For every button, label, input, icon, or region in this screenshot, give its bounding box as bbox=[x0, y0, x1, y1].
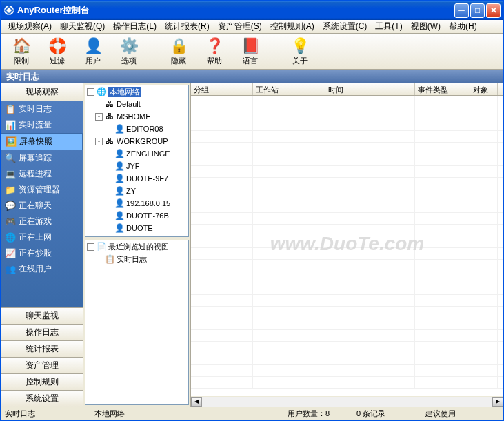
column-header[interactable]: 时间 bbox=[325, 83, 415, 95]
sidebar-bottom: 聊天监视操作日志统计报表资产管理控制规则系统设置 bbox=[1, 307, 83, 407]
tree-node[interactable]: 👤EDITOR08 bbox=[85, 123, 188, 135]
menu-item-5[interactable]: 控制规则(A) bbox=[266, 19, 319, 34]
sidebar-bottom-0[interactable]: 聊天监视 bbox=[1, 307, 83, 324]
tree-label: DUOTE-9F7 bbox=[126, 174, 168, 183]
tree-node[interactable]: 👤ZENGLINGE bbox=[85, 147, 188, 160]
scroll-track[interactable] bbox=[202, 397, 492, 407]
menu-item-6[interactable]: 系统设置(C) bbox=[319, 19, 372, 34]
column-header[interactable]: 事件类型 bbox=[415, 83, 470, 95]
limit-button-icon: 🏠 bbox=[12, 37, 31, 56]
toolbar: 🏠限制🛟过滤👤用户⚙️选项🔒隐藏❓帮助📕语言💡关于 bbox=[1, 34, 503, 70]
column-header[interactable]: 分组 bbox=[191, 83, 253, 95]
tree-icon: 👤 bbox=[114, 198, 125, 209]
sidebar-online-users[interactable]: 👥在线用户 bbox=[1, 261, 83, 277]
sidebar-online-users-icon: 👥 bbox=[5, 264, 16, 275]
user-button-label: 用户 bbox=[85, 56, 101, 66]
options-button[interactable]: ⚙️选项 bbox=[112, 36, 145, 68]
tree-icon: 🖧 bbox=[104, 111, 115, 122]
sidebar-explorer[interactable]: 📁资源管理器 bbox=[1, 182, 83, 198]
sidebar-realtime-traffic[interactable]: 📊实时流量 bbox=[1, 117, 83, 133]
tree-node[interactable]: 👤JYF bbox=[85, 160, 188, 172]
sidebar-header[interactable]: 现场观察 bbox=[1, 83, 83, 101]
sidebar-realtime-log[interactable]: 📋实时日志 bbox=[1, 101, 83, 117]
network-tree[interactable]: -🌐本地网络🖧Default-🖧MSHOME👤EDITOR08-🖧WORKGRO… bbox=[85, 85, 189, 237]
titlebar: AnyRouter控制台 ─ □ ✕ bbox=[1, 1, 503, 20]
statusbar: 实时日志本地网络用户数量：80 条记录建议使用 bbox=[1, 407, 503, 420]
menu-item-9[interactable]: 帮助(H) bbox=[445, 19, 481, 34]
sidebar-bottom-5[interactable]: 系统设置 bbox=[1, 390, 83, 407]
table-row bbox=[191, 189, 503, 201]
menu-item-2[interactable]: 操作日志(L) bbox=[109, 19, 161, 34]
tree-icon: 📋 bbox=[104, 254, 115, 265]
column-header[interactable]: 对象 bbox=[470, 83, 498, 95]
filter-button[interactable]: 🛟过滤 bbox=[41, 36, 74, 68]
tree-label: DUOTE bbox=[126, 224, 153, 232]
hide-button-icon: 🔒 bbox=[169, 37, 188, 56]
sidebar-bottom-4[interactable]: 控制规则 bbox=[1, 373, 83, 390]
about-button[interactable]: 💡关于 bbox=[283, 36, 316, 68]
scroll-left-button[interactable]: ◀ bbox=[191, 397, 202, 407]
tree-node[interactable]: 👤192.168.0.15 bbox=[85, 197, 188, 209]
sidebar-list: 📋实时日志📊实时流量🖼️屏幕快照🔍屏幕追踪💻远程进程📁资源管理器💬正在聊天🎮正在… bbox=[1, 101, 83, 307]
tree-node[interactable]: -🖧WORKGROUP bbox=[85, 135, 188, 147]
tree-node[interactable]: 🖧Default bbox=[85, 98, 188, 110]
minimize-button[interactable]: ─ bbox=[454, 3, 469, 18]
table-row bbox=[191, 353, 503, 365]
sidebar-screenshot[interactable]: 🖼️屏幕快照 bbox=[1, 133, 83, 150]
sidebar-bottom-3[interactable]: 资产管理 bbox=[1, 357, 83, 373]
sidebar-online-users-label: 在线用户 bbox=[19, 263, 52, 275]
sidebar-gaming[interactable]: 🎮正在游戏 bbox=[1, 214, 83, 229]
maximize-button[interactable]: □ bbox=[470, 3, 485, 18]
sidebar-stocks-label: 正在炒股 bbox=[19, 247, 52, 259]
horizontal-scrollbar[interactable]: ◀ ▶ bbox=[191, 396, 503, 407]
tree-icon: 👤 bbox=[114, 185, 125, 196]
tree-node[interactable]: 👤DUOTE-76B bbox=[85, 209, 188, 222]
tree-node[interactable]: 👤DUOTE bbox=[85, 222, 188, 234]
tree-toggle-icon[interactable]: - bbox=[87, 88, 94, 96]
tree-node[interactable]: 🖧LEYSIN bbox=[85, 234, 188, 237]
column-header[interactable]: 工作站 bbox=[253, 83, 325, 95]
sidebar-chatting[interactable]: 💬正在聊天 bbox=[1, 198, 83, 214]
sidebar-screen-track[interactable]: 🔍屏幕追踪 bbox=[1, 150, 83, 166]
tree-node[interactable]: 📋实时日志 bbox=[85, 253, 188, 265]
recent-tree[interactable]: -📄最近浏览过的视图📋实时日志 bbox=[85, 240, 189, 405]
help-button[interactable]: ❓帮助 bbox=[198, 36, 231, 68]
close-button[interactable]: ✕ bbox=[486, 3, 501, 18]
main-area: 现场观察 📋实时日志📊实时流量🖼️屏幕快照🔍屏幕追踪💻远程进程📁资源管理器💬正在… bbox=[1, 83, 503, 407]
menu-item-0[interactable]: 现场观察(A) bbox=[3, 19, 56, 34]
sidebar-stocks[interactable]: 📈正在炒股 bbox=[1, 245, 83, 261]
menu-item-7[interactable]: 工具(T) bbox=[371, 19, 406, 34]
tree-node[interactable]: -📄最近浏览过的视图 bbox=[85, 240, 188, 253]
tree-node[interactable]: 👤ZY bbox=[85, 185, 188, 197]
tree-toggle-icon[interactable]: - bbox=[95, 113, 103, 121]
limit-button[interactable]: 🏠限制 bbox=[5, 36, 38, 68]
hide-button[interactable]: 🔒隐藏 bbox=[162, 36, 195, 68]
menu-item-4[interactable]: 资产管理(S) bbox=[214, 19, 266, 34]
sidebar-bottom-2[interactable]: 统计报表 bbox=[1, 340, 83, 357]
tree-toggle-icon[interactable]: - bbox=[95, 138, 103, 145]
sidebar-browsing[interactable]: 🌐正在上网 bbox=[1, 229, 83, 245]
sidebar-remote-process-label: 远程进程 bbox=[19, 168, 52, 180]
table-row bbox=[191, 271, 503, 283]
content-area: 分组工作站时间事件类型对象 www.DuoTe.com ◀ ▶ bbox=[191, 83, 503, 407]
sidebar-realtime-traffic-label: 实时流量 bbox=[19, 119, 52, 131]
window-title: AnyRouter控制台 bbox=[17, 4, 454, 17]
tree-label: WORKGROUP bbox=[117, 137, 168, 145]
language-button[interactable]: 📕语言 bbox=[234, 36, 267, 68]
sidebar-remote-process[interactable]: 💻远程进程 bbox=[1, 166, 83, 182]
menu-item-3[interactable]: 统计报表(R) bbox=[161, 19, 214, 34]
menu-item-8[interactable]: 视图(W) bbox=[407, 19, 445, 34]
grid-body[interactable]: www.DuoTe.com bbox=[191, 96, 503, 396]
menu-item-1[interactable]: 聊天监视(Q) bbox=[56, 19, 109, 34]
user-button[interactable]: 👤用户 bbox=[77, 36, 110, 68]
scroll-right-button[interactable]: ▶ bbox=[492, 397, 503, 407]
tree-toggle-icon[interactable]: - bbox=[87, 243, 94, 251]
tree-node[interactable]: -🖧MSHOME bbox=[85, 110, 188, 123]
sidebar-bottom-1[interactable]: 操作日志 bbox=[1, 324, 83, 340]
tree-label: 实时日志 bbox=[117, 254, 147, 265]
tree-node[interactable]: -🌐本地网络 bbox=[85, 85, 188, 98]
tree-node[interactable]: 👤DUOTE-9F7 bbox=[85, 172, 188, 185]
tree-label: 192.168.0.15 bbox=[126, 199, 170, 207]
table-row bbox=[191, 96, 503, 107]
table-row bbox=[191, 213, 503, 225]
